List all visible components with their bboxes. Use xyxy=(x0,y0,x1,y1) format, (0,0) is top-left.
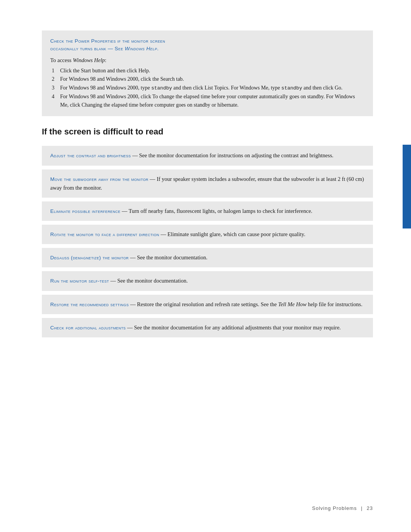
row-body-degauss: See the monitor documentation. xyxy=(135,254,207,260)
row-body-adjust: See the monitor documentation for instru… xyxy=(138,152,333,158)
step-2: 2 For Windows 98 and Windows 2000, click… xyxy=(52,75,365,83)
heading-link: Windows Help xyxy=(125,46,157,51)
row-heading-restore: Restore the recommended settings xyxy=(50,302,129,307)
row-heading-degauss: Degauss (demagnetize) the monitor xyxy=(50,255,129,260)
step-4-text: For Windows 98 and Windows 2000, click T… xyxy=(60,94,355,108)
row-body-rotate: Eliminate sunlight glare, which can caus… xyxy=(166,231,305,237)
dash-4: — xyxy=(129,254,135,260)
row-self-test: Run the monitor self-test — See the moni… xyxy=(42,271,373,291)
row-degauss: Degauss (demagnetize) the monitor — See … xyxy=(42,248,373,267)
footer-page-num: 23 xyxy=(366,505,373,511)
heading-text-line2: occasionally turns blank xyxy=(50,46,106,51)
step-1: 1 Click the Start button and then click … xyxy=(52,67,365,75)
steps-list: 1 Click the Start button and then click … xyxy=(50,67,365,109)
step-3-after: and then click Go. xyxy=(302,85,342,91)
step-3: 3 For Windows 98 and Windows 2000, type … xyxy=(52,84,365,93)
dash-3: — xyxy=(159,231,166,237)
intro-line: To access Windows Help: xyxy=(50,56,365,64)
row-heading-selftest: Run the monitor self-test xyxy=(50,278,109,284)
step-4: 4 For Windows 98 and Windows 2000, click… xyxy=(52,93,365,110)
page-container: Check the Power Properties if the monito… xyxy=(0,0,411,532)
dash-1: — xyxy=(148,176,155,182)
row-heading-adjust: Adjust the contrast and brightness xyxy=(50,153,131,158)
step-1-text: Click the Start button and then click He… xyxy=(60,68,150,73)
step-2-text: For Windows 98 and Windows 2000, click t… xyxy=(60,76,184,82)
step-num-1: 1 xyxy=(52,67,54,75)
row-body-restore-em: Tell Me How xyxy=(278,301,306,307)
row-body-interference: Turn off nearby fans, fluorescent lights… xyxy=(127,208,312,214)
heading-text-line1: Check the Power Properties if the monito… xyxy=(50,38,165,44)
dash-2: — xyxy=(120,208,127,214)
row-restore-settings: Restore the recommended settings — Resto… xyxy=(42,295,373,314)
row-body-restore-after: help file for instructions. xyxy=(306,301,362,307)
row-heading-rotate: Rotate the monitor to face a different d… xyxy=(50,232,159,237)
step-3-code1: standby xyxy=(151,85,172,91)
dash-0: — xyxy=(131,152,138,158)
row-heading-check: Check for additional adjustments xyxy=(50,325,126,331)
step-3-before: For Windows 98 and Windows 2000, type xyxy=(60,85,151,91)
intro-text: To access xyxy=(50,57,73,63)
page-footer: Solving Problems | 23 xyxy=(312,505,373,511)
side-accent-bar xyxy=(403,145,411,228)
row-check-adjustments: Check for additional adjustments — See t… xyxy=(42,318,373,337)
step-num-2: 2 xyxy=(52,75,54,83)
row-body-restore-before: Restore the original resolution and refr… xyxy=(135,301,278,307)
step-3-code2: standby xyxy=(281,85,302,91)
row-body-selftest: See the monitor documentation. xyxy=(116,278,188,284)
row-adjust-contrast: Adjust the contrast and brightness — See… xyxy=(42,146,373,165)
row-move-subwoofer: Move the subwoofer away from the monitor… xyxy=(42,169,373,198)
footer-separator: | xyxy=(361,505,362,511)
power-properties-heading: Check the Power Properties if the monito… xyxy=(50,37,365,53)
row-body-check: See the monitor documentation for any ad… xyxy=(133,324,341,331)
dash-5: — xyxy=(109,278,116,284)
step-num-3: 3 xyxy=(52,84,54,92)
dash-7: — xyxy=(126,324,132,331)
section-heading: If the screen is difficult to read xyxy=(42,127,373,137)
intro-em: Windows Help xyxy=(73,57,105,63)
dash-6: — xyxy=(129,301,135,307)
row-heading-interference: Eliminate possible interference xyxy=(50,208,120,214)
power-properties-box: Check the Power Properties if the monito… xyxy=(42,30,373,116)
intro-colon: : xyxy=(105,57,107,63)
footer-label: Solving Problems xyxy=(312,505,357,511)
step-3-mid: and then click List Topics. For Windows … xyxy=(172,85,281,91)
row-heading-subwoofer: Move the subwoofer away from the monitor xyxy=(50,176,148,182)
row-rotate-monitor: Rotate the monitor to face a different d… xyxy=(42,225,373,244)
heading-suffix: — See xyxy=(108,46,124,51)
step-num-4: 4 xyxy=(52,93,54,101)
row-eliminate-interference: Eliminate possible interference — Turn o… xyxy=(42,201,373,221)
